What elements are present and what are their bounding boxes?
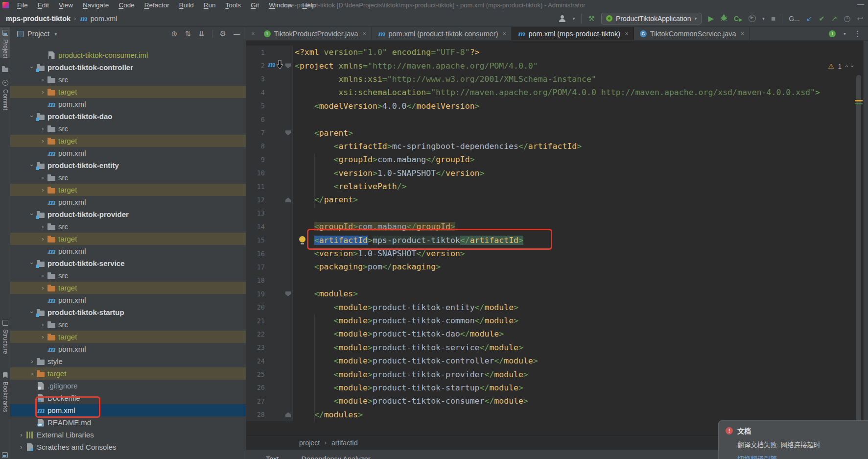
chevron-down-icon[interactable]: ▾ bbox=[54, 31, 57, 37]
gutter[interactable]: 19 bbox=[246, 287, 293, 300]
gutter[interactable]: 3 bbox=[246, 72, 293, 86]
close-icon[interactable]: × bbox=[502, 30, 506, 37]
code-line-13[interactable]: 13 bbox=[246, 207, 868, 220]
menu-navigate[interactable]: Navigate bbox=[78, 1, 113, 9]
code-line-26[interactable]: 26 <module>product-tiktok-startup</modul… bbox=[246, 381, 868, 394]
tree-item-pom-xml[interactable]: mpom.xml bbox=[10, 245, 246, 257]
fold-marker-close-icon[interactable] bbox=[285, 412, 291, 417]
chevron-collapsed-icon[interactable]: › bbox=[39, 321, 47, 328]
tree-item-product-tiktok-dao[interactable]: ›product-tiktok-dao bbox=[10, 110, 246, 122]
bottom-tab-dependency-analyzer[interactable]: Dependency Analyzer bbox=[301, 452, 372, 459]
breadcrumb-project[interactable]: mps-product-tiktok bbox=[6, 15, 70, 23]
tool-button-commit[interactable]: Commit bbox=[0, 77, 10, 108]
tree-item-src[interactable]: ›src bbox=[10, 122, 246, 135]
tree-item-readme-md[interactable]: README.md bbox=[10, 416, 246, 429]
chevron-down-icon[interactable]: ▾ bbox=[844, 31, 846, 36]
gutter[interactable]: 17 bbox=[246, 260, 293, 273]
tree-item-product-tiktok-provider[interactable]: ›product-tiktok-provider bbox=[10, 208, 246, 220]
tree-item-pom-xml[interactable]: mpom.xml bbox=[10, 343, 246, 355]
tree-item-target[interactable]: ›target bbox=[10, 184, 246, 196]
tree-item-pom-xml[interactable]: mpom.xml bbox=[10, 294, 246, 306]
gutter[interactable]: 8 bbox=[246, 140, 293, 153]
menu-help[interactable]: Help bbox=[298, 1, 320, 9]
chevron-collapsed-icon[interactable]: › bbox=[39, 223, 47, 230]
folder-icon[interactable] bbox=[2, 68, 8, 72]
gutter[interactable]: 6 bbox=[246, 113, 293, 126]
chevron-collapsed-icon[interactable]: › bbox=[39, 284, 47, 291]
notification-balloon[interactable]: ! 文档 翻译文档失败: 网络连接超时 切换翻译引擎 bbox=[718, 420, 868, 459]
chevron-expanded-icon[interactable]: › bbox=[28, 113, 36, 120]
breadcrumb-tag[interactable]: project bbox=[299, 439, 320, 447]
code-line-14[interactable]: 14 <groupId>com.mabang</groupId> bbox=[246, 220, 868, 233]
gutter[interactable]: 15 bbox=[246, 233, 293, 246]
gutter[interactable]: 16 bbox=[246, 247, 293, 260]
gutter[interactable]: 21 bbox=[246, 314, 293, 327]
chevron-down-icon[interactable]: ▾ bbox=[762, 16, 765, 21]
code-line-24[interactable]: 24 <module>product-tiktok-controller</mo… bbox=[246, 354, 868, 367]
close-icon[interactable]: × bbox=[246, 27, 258, 40]
coverage-icon[interactable] bbox=[749, 15, 756, 22]
code-line-5[interactable]: 5 <modelVersion>4.0.0</modelVersion> bbox=[246, 99, 868, 113]
chevron-collapsed-icon[interactable]: › bbox=[39, 88, 47, 96]
code-line-1[interactable]: 1<?xml version="1.0" encoding="UTF-8"?> bbox=[246, 46, 868, 59]
editor-scrollbar[interactable] bbox=[856, 75, 861, 431]
expand-all-icon[interactable]: ⇅ bbox=[185, 29, 191, 38]
code-line-3[interactable]: 3 xmlns:xsi="http://www.w3.org/2001/XMLS… bbox=[246, 72, 868, 86]
next-warning-icon[interactable]: › bbox=[849, 65, 856, 67]
gutter[interactable]: 20 bbox=[246, 300, 293, 314]
collapse-all-icon[interactable]: ⇊ bbox=[198, 29, 205, 38]
chevron-collapsed-icon[interactable]: › bbox=[39, 272, 47, 279]
notification-action-link[interactable]: 切换翻译引擎 bbox=[737, 454, 861, 459]
chevron-collapsed-icon[interactable]: › bbox=[28, 370, 36, 377]
minimize-button[interactable]: — bbox=[857, 0, 864, 8]
hidden-tab-interface-icon[interactable]: I bbox=[829, 30, 836, 37]
push-icon[interactable]: ↗ bbox=[831, 15, 838, 22]
run-icon[interactable]: ▶ bbox=[708, 15, 714, 22]
breadcrumb-file[interactable]: pom.xml bbox=[91, 15, 117, 23]
gutter[interactable]: 18 bbox=[246, 274, 293, 287]
code-line-19[interactable]: 19 <modules> bbox=[246, 287, 868, 300]
user-icon[interactable] bbox=[559, 15, 566, 22]
build-hammer-icon[interactable]: ⚒ bbox=[588, 15, 594, 22]
code-editor[interactable]: 1<?xml version="1.0" encoding="UTF-8"?>2… bbox=[246, 41, 868, 435]
breadcrumb-tag[interactable]: artifactId bbox=[331, 439, 358, 447]
code-line-16[interactable]: 16 <version>1.0-SNAPSHOT</version> bbox=[246, 247, 868, 260]
update-project-icon[interactable]: ↙ bbox=[806, 15, 813, 22]
code-line-22[interactable]: 22 <module>product-tiktok-dao</module> bbox=[246, 327, 868, 340]
tree-item-target[interactable]: ›target bbox=[10, 86, 246, 98]
chevron-collapsed-icon[interactable]: › bbox=[39, 137, 47, 145]
gutter[interactable]: 24 bbox=[246, 354, 293, 367]
chevron-collapsed-icon[interactable]: › bbox=[39, 174, 47, 181]
chevron-collapsed-icon[interactable]: › bbox=[17, 443, 25, 451]
gutter[interactable]: 23 bbox=[246, 341, 293, 354]
code-line-10[interactable]: 10 <version>1.0-SNAPSHOT</version> bbox=[246, 167, 868, 180]
tree-item-pom-xml[interactable]: mpom.xml bbox=[10, 147, 246, 159]
tree-item-src[interactable]: ›src bbox=[10, 73, 246, 86]
gutter[interactable]: 2m bbox=[246, 59, 293, 72]
kebab-menu-icon[interactable]: ⋮ bbox=[854, 29, 861, 38]
tree-item-src[interactable]: ›src bbox=[10, 220, 246, 233]
chevron-collapsed-icon[interactable]: › bbox=[17, 431, 25, 438]
tree-item-target[interactable]: ›target bbox=[10, 233, 246, 245]
gutter[interactable]: 28 bbox=[246, 408, 293, 421]
code-line-21[interactable]: 21 <module>product-tiktok-common</module… bbox=[246, 314, 868, 327]
chevron-expanded-icon[interactable]: › bbox=[28, 162, 36, 169]
tree-item-target[interactable]: ›target bbox=[10, 331, 246, 343]
code-line-25[interactable]: 25 <module>product-tiktok-provider</modu… bbox=[246, 367, 868, 381]
tree-item-pom-xml[interactable]: mpom.xml bbox=[10, 98, 246, 110]
code-line-8[interactable]: 8 <artifactId>mc-springboot-dependencies… bbox=[246, 140, 868, 153]
close-icon[interactable]: × bbox=[625, 30, 629, 37]
gutter[interactable]: 7 bbox=[246, 126, 293, 139]
code-line-18[interactable]: 18 bbox=[246, 274, 868, 287]
chevron-expanded-icon[interactable]: › bbox=[28, 211, 36, 218]
rollback-icon[interactable]: ↩ bbox=[857, 15, 863, 22]
chevron-collapsed-icon[interactable]: › bbox=[28, 358, 36, 365]
tree-item-style[interactable]: ›style bbox=[10, 355, 246, 367]
gutter[interactable]: 10 bbox=[246, 167, 293, 180]
tool-button-project[interactable]: Project bbox=[0, 27, 10, 58]
editor-tab-pom-xml-mps-product-tiktok-[interactable]: mpom.xml (mps-product-tiktok)× bbox=[512, 27, 634, 40]
gutter[interactable]: 12 bbox=[246, 193, 293, 206]
tree-item-pom-xml[interactable]: mpom.xml bbox=[10, 404, 246, 416]
warning-stripe-mark[interactable] bbox=[855, 100, 863, 101]
bottom-tab-text[interactable]: Text bbox=[265, 452, 280, 459]
